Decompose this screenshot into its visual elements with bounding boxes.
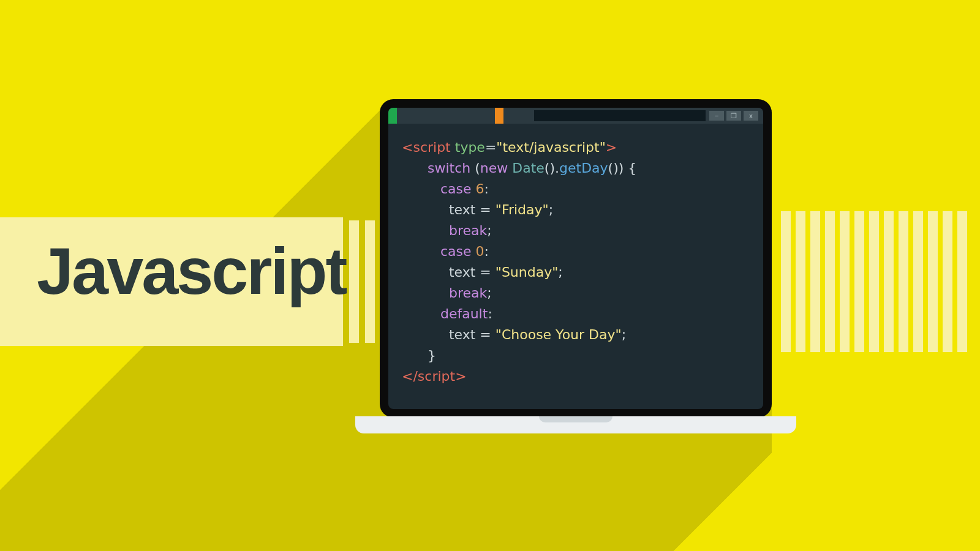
code-token: : [484,244,489,259]
code-token: < [402,140,413,155]
code-token: script [413,140,454,155]
address-bar [534,110,706,121]
code-token: "Choose Your Day" [496,327,622,342]
code-token: 6 [476,181,484,197]
code-token: : [484,181,489,197]
code-token: : [488,306,492,321]
laptop-lid: − ❐ x <script type="text/javascript"> sw… [380,99,772,418]
active-tab-indicator [388,108,397,124]
code-token: </ [402,369,418,384]
laptop-notch [539,416,612,422]
decorative-bars-right [781,211,968,352]
title-text: Javascript [37,233,345,309]
editor-screen: − ❐ x <script type="text/javascript"> sw… [388,108,763,409]
code-token: ( [475,160,480,176]
code-token: ; [558,264,562,280]
code-token: Date [512,160,545,176]
code-token: default [440,306,488,321]
code-token: type [455,140,485,155]
code-token: case [440,181,476,197]
code-token: (). [545,160,559,176]
laptop: − ❐ x <script type="text/javascript"> sw… [380,99,772,418]
code-token: > [606,140,617,155]
toolbar-spacer [503,108,530,124]
code-token: text = [449,202,496,217]
code-token: "Sunday" [496,264,559,280]
code-block: <script type="text/javascript"> switch (… [402,137,757,387]
code-token: break [449,223,487,238]
code-token: "text/javascript" [496,140,605,155]
code-token: new [480,160,512,176]
code-token: script [418,369,455,384]
close-icon: x [744,111,758,121]
code-token: ; [487,285,491,301]
code-token: switch [428,160,475,176]
code-token: 0 [476,244,484,259]
maximize-icon: ❐ [726,111,741,121]
code-token: ; [487,223,491,238]
minimize-icon: − [709,111,724,121]
editor-toolbar: − ❐ x [388,108,763,124]
code-token: "Friday" [496,202,549,217]
code-token: ; [622,327,626,342]
code-token: } [428,348,436,363]
javascript-illustration: Javascript − ❐ x <script type="text/java… [0,0,980,551]
code-token: text = [449,264,496,280]
tab-area [397,108,495,124]
code-token: case [440,244,476,259]
code-token: break [449,285,487,301]
code-token: getDay [559,160,608,176]
window-buttons: − ❐ x [709,108,763,124]
code-token: ; [549,202,553,217]
code-token: text = [449,327,496,342]
code-token: ()) { [608,160,637,176]
modified-tab-indicator [495,108,503,124]
code-token: = [485,140,496,155]
code-token: > [455,369,466,384]
